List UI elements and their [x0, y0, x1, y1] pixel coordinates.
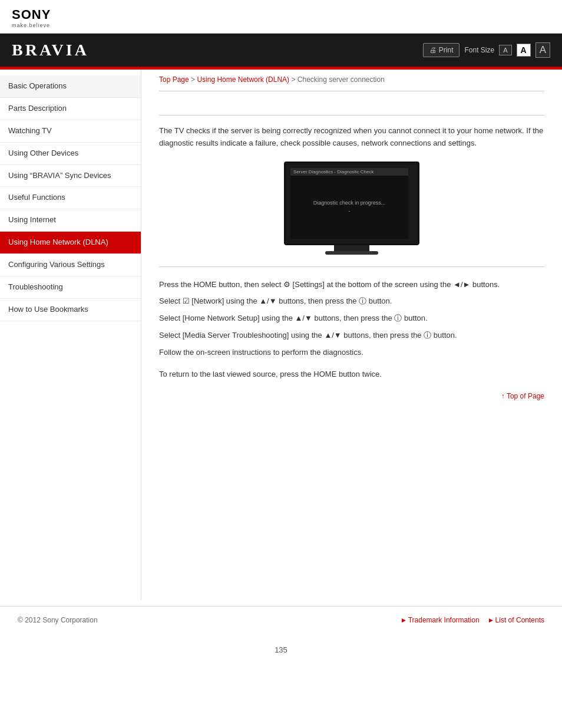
sony-brand-name: SONY: [12, 7, 550, 22]
footer: © 2012 Sony Corporation Trademark Inform…: [0, 606, 562, 634]
sidebar: Basic Operations Parts Description Watch…: [0, 70, 141, 600]
tv-base: [325, 251, 378, 255]
footer-links: Trademark Information List of Contents: [402, 616, 544, 624]
divider-mid: [159, 266, 544, 267]
sidebar-item-using-other-devices[interactable]: Using Other Devices: [0, 143, 141, 165]
tv-screen-content: Diagnostic check in progress... -: [290, 176, 408, 239]
breadcrumb-current: Checking server connection: [297, 75, 385, 84]
step-1: Press the HOME button, then select ⚙ [Se…: [159, 279, 544, 291]
step-3: Select [Home Network Setup] using the ▲/…: [159, 312, 544, 325]
top-of-page-container: Top of Page: [159, 392, 544, 400]
font-size-label: Font Size: [464, 46, 494, 54]
top-of-page-link[interactable]: Top of Page: [501, 392, 544, 400]
sidebar-item-watching-tv[interactable]: Watching TV: [0, 120, 141, 143]
print-button[interactable]: 🖨 Print: [423, 43, 460, 57]
breadcrumb-sep2: >: [291, 75, 297, 84]
footer-copyright: © 2012 Sony Corporation: [18, 616, 98, 624]
trademark-link[interactable]: Trademark Information: [402, 616, 480, 624]
sidebar-item-using-bravia-sync[interactable]: Using “BRAVIA” Sync Devices: [0, 165, 141, 187]
step-5: Follow the on-screen instructions to per…: [159, 347, 544, 359]
bravia-title: BRAVIA: [12, 41, 89, 60]
sidebar-item-basic-operations[interactable]: Basic Operations: [0, 75, 141, 98]
sidebar-item-useful-functions[interactable]: Useful Functions: [0, 187, 141, 209]
sidebar-item-configuring-settings[interactable]: Configuring Various Settings: [0, 254, 141, 276]
sidebar-item-using-home-network[interactable]: Using Home Network (DLNA): [0, 232, 141, 254]
sony-logo: SONY make.believe: [12, 7, 550, 28]
list-of-contents-link[interactable]: List of Contents: [489, 616, 544, 624]
breadcrumb-home-network[interactable]: Using Home Network (DLNA): [197, 75, 289, 84]
font-large-button[interactable]: A: [535, 42, 550, 58]
page-number: 135: [0, 634, 562, 666]
sidebar-item-troubleshooting[interactable]: Troubleshooting: [0, 276, 141, 299]
divider-top2: [159, 115, 544, 116]
font-medium-button[interactable]: A: [517, 44, 531, 57]
content-area: Top Page > Using Home Network (DLNA) > C…: [141, 70, 562, 600]
breadcrumb-sep1: >: [191, 75, 197, 84]
tv-title-bar: Server Diagnostics - Diagnostic Check: [290, 168, 408, 176]
tv-screen: Server Diagnostics - Diagnostic Check Di…: [290, 168, 408, 239]
tv-image-container: Server Diagnostics - Diagnostic Check Di…: [159, 162, 544, 255]
tv-dot: -: [349, 208, 351, 214]
sidebar-item-bookmarks[interactable]: How to Use Bookmarks: [0, 299, 141, 321]
tv-stand: [334, 245, 369, 251]
sidebar-item-using-internet[interactable]: Using Internet: [0, 209, 141, 232]
breadcrumb: Top Page > Using Home Network (DLNA) > C…: [159, 75, 544, 84]
tv-diagnostic-text: Diagnostic check in progress...: [313, 200, 386, 206]
steps-section: Press the HOME button, then select ⚙ [Se…: [159, 279, 544, 359]
main-layout: Basic Operations Parts Description Watch…: [0, 70, 562, 600]
sidebar-item-parts-description[interactable]: Parts Description: [0, 98, 141, 120]
return-note: To return to the last viewed source, pre…: [159, 368, 544, 381]
tv-body: Server Diagnostics - Diagnostic Check Di…: [284, 162, 419, 245]
brand-header: BRAVIA 🖨 Print Font Size A A A: [0, 34, 562, 67]
divider-top: [159, 91, 544, 91]
step-4: Select [Media Server Troubleshooting] us…: [159, 330, 544, 342]
page-description: The TV checks if the server is being cor…: [159, 125, 544, 150]
sony-tagline: make.believe: [12, 22, 550, 28]
header-controls: 🖨 Print Font Size A A A: [423, 42, 550, 58]
font-small-button[interactable]: A: [499, 45, 511, 55]
print-icon: 🖨: [429, 46, 437, 54]
breadcrumb-top-page[interactable]: Top Page: [159, 75, 189, 84]
tv-screen-wrapper: Server Diagnostics - Diagnostic Check Di…: [284, 162, 419, 255]
step-2: Select ☑ [Network] using the ▲/▼ buttons…: [159, 295, 544, 308]
top-bar: SONY make.believe: [0, 0, 562, 34]
